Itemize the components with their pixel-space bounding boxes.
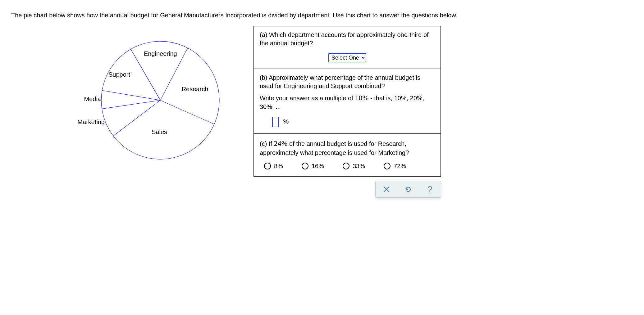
question-c-option-label: 33% [353,163,365,170]
radio-icon [384,163,391,169]
close-icon [383,186,390,193]
radio-icon [302,163,308,169]
pie-chart: EngineeringResearchSalesMarketingMediaSu… [95,35,226,165]
question-a-text: (a) Which department accounts for approx… [260,31,435,47]
question-b-text: (b) Approximately what percentage of the… [260,74,435,90]
slice-label-research: Research [182,86,208,92]
svg-line-5 [102,100,160,109]
question-b: (b) Approximately what percentage of the… [254,69,441,134]
control-bar: ? [375,181,441,198]
svg-line-3 [160,100,214,124]
help-button[interactable]: ? [421,182,439,196]
question-c-option-1[interactable]: 16% [302,163,324,170]
svg-line-6 [102,90,160,100]
question-c: (c) If 24% of the annual budget is used … [254,134,441,176]
slice-label-engineering: Engineering [144,51,177,57]
question-c-option-label: 72% [394,163,406,170]
question-b-input[interactable] [272,117,279,127]
percent-unit: % [283,118,289,125]
question-c-option-2[interactable]: 33% [343,163,365,170]
slice-label-sales: Sales [152,129,167,135]
slice-label-marketing: Marketing [77,119,105,125]
clear-button[interactable] [377,182,396,196]
question-b-hint: Write your answer as a multiple of 10% -… [260,93,435,111]
question-c-option-0[interactable]: 8% [264,163,283,170]
question-c-option-label: 16% [312,163,324,170]
question-a: (a) Which department accounts for approx… [254,26,441,69]
question-c-option-3[interactable]: 72% [384,163,406,170]
question-c-option-label: 8% [274,163,283,170]
radio-icon [264,163,271,169]
question-box: (a) Which department accounts for approx… [253,26,441,177]
question-a-select[interactable]: Select One [328,53,366,62]
undo-icon [404,186,412,193]
slice-label-support: Support [108,71,130,78]
slice-label-media: Media [84,96,101,102]
reset-button[interactable] [399,182,418,196]
radio-icon [343,163,349,169]
question-c-text: (c) If 24% of the annual budget is used … [260,138,435,157]
intro-text: The pie chart below shows how the annual… [11,11,633,20]
question-mark-icon: ? [427,185,433,194]
